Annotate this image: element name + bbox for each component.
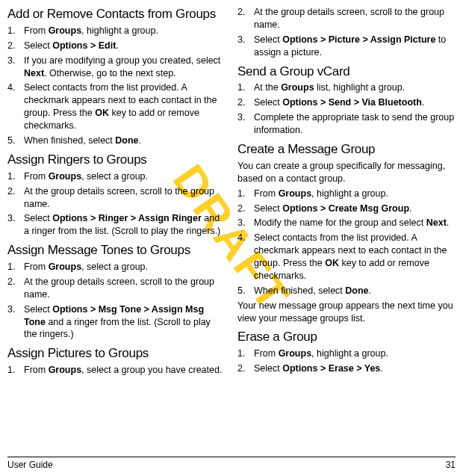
step-item: From Groups, select a group. bbox=[7, 170, 226, 183]
step-item: If you are modifying a group you created… bbox=[7, 55, 226, 80]
footer-page-number: 31 bbox=[446, 460, 456, 470]
section-title: Create a Message Group bbox=[237, 141, 456, 158]
page-content: Add or Remove Contacts from Groups From … bbox=[0, 0, 463, 445]
section-title: Send a Group vCard bbox=[237, 64, 456, 81]
step-item: Select contacts from the list provided. … bbox=[7, 81, 226, 132]
step-item: From Groups, highlight a group. bbox=[237, 347, 456, 360]
step-list: From Groups, highlight a group. Select O… bbox=[237, 188, 456, 297]
section-title: Assign Pictures to Groups bbox=[7, 345, 226, 362]
step-item: Complete the appropriate task to send th… bbox=[237, 111, 456, 137]
step-item: At the group details screen, scroll to t… bbox=[7, 185, 226, 211]
section-intro: You can create a group specifically for … bbox=[237, 160, 456, 185]
section-title: Assign Message Tones to Groups bbox=[7, 242, 226, 259]
step-item: Select Options > Picture > Assign Pictur… bbox=[237, 34, 456, 59]
step-item: At the Groups list, highlight a group. bbox=[237, 81, 456, 94]
right-column: At the group details screen, scroll to t… bbox=[237, 6, 456, 445]
step-item: From Groups, select a group. bbox=[7, 261, 226, 273]
step-item: From Groups, highlight a group. bbox=[237, 188, 456, 200]
section-title: Assign Ringers to Groups bbox=[7, 152, 226, 169]
section-title: Add or Remove Contacts from Groups bbox=[7, 6, 226, 23]
step-list: At the group details screen, scroll to t… bbox=[237, 6, 456, 59]
left-column: Add or Remove Contacts from Groups From … bbox=[7, 6, 226, 445]
step-list: From Groups, select a group you have cre… bbox=[7, 364, 226, 377]
step-item: From Groups, select a group you have cre… bbox=[7, 364, 226, 377]
step-list: From Groups, highlight a group. Select O… bbox=[237, 347, 456, 375]
step-list: From Groups, select a group. At the grou… bbox=[7, 261, 226, 341]
step-item: Select Options > Ringer > Assign Ringer … bbox=[7, 212, 226, 238]
step-item: At the group details screen, scroll to t… bbox=[7, 276, 226, 301]
section-title: Erase a Group bbox=[237, 329, 456, 346]
page-footer: User Guide 31 bbox=[7, 457, 456, 470]
section-outro: Your new message group appears the next … bbox=[237, 300, 456, 325]
footer-left: User Guide bbox=[7, 460, 53, 470]
step-item: Modify the name for the group and select… bbox=[237, 217, 456, 229]
step-list: From Groups, highlight a group. Select O… bbox=[7, 25, 226, 147]
step-list: At the Groups list, highlight a group. S… bbox=[237, 81, 456, 137]
step-item: Select Options > Create Msg Group. bbox=[237, 203, 456, 215]
step-item: When finished, select Done. bbox=[7, 135, 226, 147]
step-item: Select Options > Edit. bbox=[7, 40, 226, 52]
step-item: Select Options > Erase > Yes. bbox=[237, 362, 456, 375]
step-item: From Groups, highlight a group. bbox=[7, 25, 226, 37]
step-item: Select contacts from the list provided. … bbox=[237, 232, 456, 282]
step-item: When finished, select Done. bbox=[237, 285, 456, 297]
step-item: Select Options > Msg Tone > Assign Msg T… bbox=[7, 303, 226, 341]
step-item: Select Options > Send > Via Bluetooth. bbox=[237, 96, 456, 109]
step-list: From Groups, select a group. At the grou… bbox=[7, 170, 226, 238]
step-item: At the group details screen, scroll to t… bbox=[237, 6, 456, 31]
